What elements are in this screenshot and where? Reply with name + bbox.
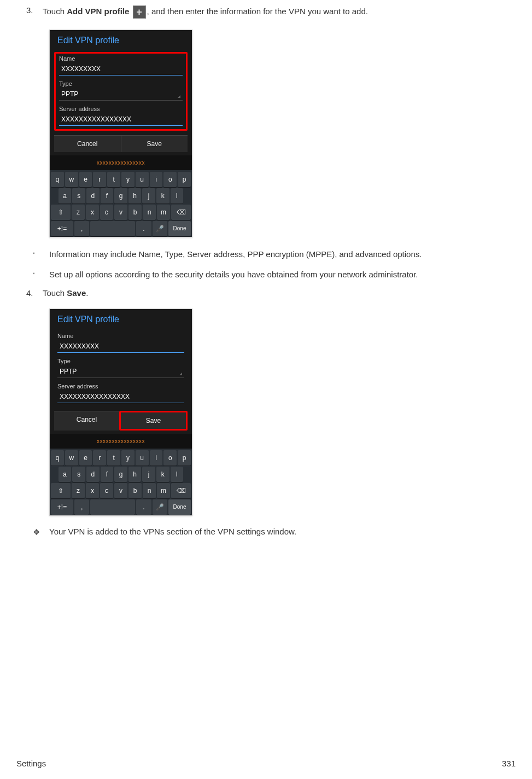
sub-item-2: ▪ Set up all options according to the se…	[16, 269, 516, 281]
key-⇧[interactable]: ⇧	[51, 483, 71, 498]
step-text-before: Touch	[43, 7, 67, 16]
period-key[interactable]: .	[136, 499, 151, 515]
save-button[interactable]: Save	[121, 135, 188, 152]
step-suffix: .	[86, 288, 88, 298]
key-r[interactable]: r	[93, 450, 106, 466]
key-o[interactable]: o	[163, 172, 177, 187]
key-s[interactable]: s	[72, 188, 85, 204]
key-u[interactable]: u	[136, 172, 149, 187]
key-m[interactable]: m	[157, 483, 170, 498]
key-i[interactable]: i	[150, 172, 163, 187]
sub-text: Information may include Name, Type, Serv…	[49, 248, 422, 261]
vpn-screenshot-2: Edit VPN profile Name XXXXXXXXX Type PPT…	[49, 309, 192, 516]
key-m[interactable]: m	[157, 205, 170, 220]
key-⇧[interactable]: ⇧	[51, 205, 71, 220]
key-h[interactable]: h	[128, 467, 142, 482]
key-t[interactable]: t	[107, 172, 120, 187]
key-n[interactable]: n	[143, 205, 156, 220]
comma-key[interactable]: ,	[74, 221, 89, 236]
key-c[interactable]: c	[100, 205, 113, 220]
sym-key[interactable]: +!=	[51, 499, 73, 515]
key-y[interactable]: y	[121, 450, 135, 466]
key-⌫[interactable]: ⌫	[171, 205, 191, 220]
key-z[interactable]: z	[72, 483, 85, 498]
key-z[interactable]: z	[72, 205, 85, 220]
result-item: ❖ Your VPN is added to the VPNs section …	[16, 527, 516, 537]
key-x[interactable]: x	[86, 483, 99, 498]
key-r[interactable]: r	[93, 172, 106, 187]
done-key[interactable]: Done	[168, 499, 191, 515]
server-field[interactable]: XXXXXXXXXXXXXXXX	[57, 392, 184, 403]
name-field[interactable]: XXXXXXXXX	[59, 64, 183, 75]
key-a[interactable]: a	[59, 188, 72, 204]
key-n[interactable]: n	[143, 483, 156, 498]
server-field[interactable]: XXXXXXXXXXXXXXXX	[59, 114, 183, 126]
space-key[interactable]	[90, 221, 135, 236]
space-key[interactable]	[90, 499, 135, 515]
suggestion-bar: xxxxxxxxxxxxxxxx	[50, 434, 192, 449]
name-label: Name	[57, 333, 184, 340]
key-l[interactable]: l	[171, 467, 184, 482]
vpn-screenshot-1: Edit VPN profile Name XXXXXXXXX Type PPT…	[49, 30, 192, 237]
key-e[interactable]: e	[79, 172, 92, 187]
key-x[interactable]: x	[86, 205, 99, 220]
key-⌫[interactable]: ⌫	[171, 483, 191, 498]
key-d[interactable]: d	[86, 467, 100, 482]
key-k[interactable]: k	[156, 467, 169, 482]
key-a[interactable]: a	[59, 467, 72, 482]
key-h[interactable]: h	[128, 188, 142, 204]
result-text: Your VPN is added to the VPNs section of…	[49, 527, 296, 537]
key-g[interactable]: g	[114, 467, 127, 482]
key-u[interactable]: u	[136, 450, 149, 466]
key-f[interactable]: f	[101, 188, 114, 204]
key-f[interactable]: f	[101, 467, 114, 482]
key-w[interactable]: w	[65, 172, 78, 187]
key-q[interactable]: q	[51, 172, 64, 187]
key-b[interactable]: b	[128, 205, 142, 220]
key-v[interactable]: v	[114, 205, 127, 220]
key-p[interactable]: p	[178, 450, 191, 466]
mic-key[interactable]: 🎤	[153, 499, 167, 515]
step-3: 3. Touch Add VPN profile +, and then ent…	[16, 5, 516, 19]
keyboard: qwertyuiop asdfghjkl ⇧zxcvbnm⌫ +!= , . 🎤…	[50, 170, 192, 237]
name-label: Name	[59, 55, 183, 63]
type-dropdown[interactable]: PPTP	[57, 367, 184, 378]
keyboard: qwertyuiop asdfghjkl ⇧zxcvbnm⌫ +!= , . 🎤…	[50, 449, 192, 515]
key-p[interactable]: p	[178, 172, 191, 187]
key-i[interactable]: i	[150, 450, 163, 466]
mic-key[interactable]: 🎤	[153, 221, 167, 236]
key-c[interactable]: c	[100, 483, 113, 498]
name-field[interactable]: XXXXXXXXX	[57, 341, 184, 353]
key-y[interactable]: y	[121, 172, 135, 187]
cancel-button[interactable]: Cancel	[54, 135, 121, 152]
step-bold: Add VPN profile	[67, 7, 129, 16]
key-q[interactable]: q	[51, 450, 64, 466]
server-label: Server address	[57, 383, 184, 391]
key-j[interactable]: j	[142, 467, 155, 482]
key-e[interactable]: e	[79, 450, 92, 466]
key-o[interactable]: o	[163, 450, 177, 466]
cancel-button[interactable]: Cancel	[54, 411, 119, 431]
key-k[interactable]: k	[156, 188, 169, 204]
step-number: 3.	[26, 5, 43, 19]
sym-key[interactable]: +!=	[51, 221, 73, 236]
key-d[interactable]: d	[86, 188, 100, 204]
step-number: 4.	[26, 288, 43, 298]
key-b[interactable]: b	[128, 483, 142, 498]
page-footer: Settings 331	[16, 759, 516, 768]
bullet-icon: ▪	[33, 269, 49, 281]
footer-section: Settings	[16, 759, 46, 768]
key-t[interactable]: t	[107, 450, 120, 466]
comma-key[interactable]: ,	[74, 499, 89, 515]
type-dropdown[interactable]: PPTP	[59, 89, 183, 101]
key-w[interactable]: w	[65, 450, 78, 466]
period-key[interactable]: .	[136, 221, 151, 236]
key-s[interactable]: s	[72, 467, 85, 482]
done-key[interactable]: Done	[168, 221, 191, 236]
key-v[interactable]: v	[114, 483, 127, 498]
key-g[interactable]: g	[114, 188, 127, 204]
save-button[interactable]: Save	[121, 412, 186, 429]
key-j[interactable]: j	[142, 188, 155, 204]
key-l[interactable]: l	[171, 188, 184, 204]
server-label: Server address	[59, 106, 183, 113]
